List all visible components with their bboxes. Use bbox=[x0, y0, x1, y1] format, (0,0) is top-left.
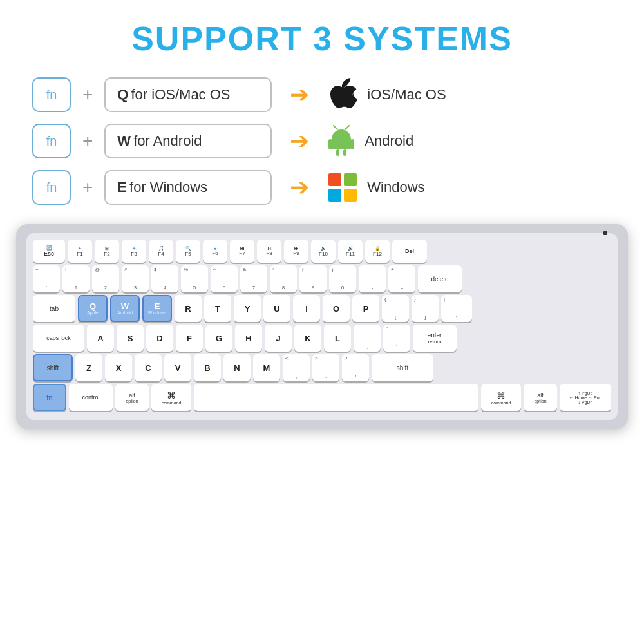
key-quote[interactable]: " ' bbox=[383, 325, 410, 352]
key-z[interactable]: Z bbox=[75, 354, 102, 381]
key-b[interactable]: B bbox=[194, 354, 221, 381]
key-u[interactable]: U bbox=[263, 295, 290, 322]
key-e[interactable]: E Windows bbox=[142, 295, 172, 322]
key-6[interactable]: ^ 6 bbox=[211, 265, 238, 292]
key-command-right[interactable]: ⌘ command bbox=[481, 384, 521, 411]
key-l[interactable]: L bbox=[324, 325, 351, 352]
key-7[interactable]: & 7 bbox=[240, 265, 267, 292]
key-q[interactable]: Q Apple bbox=[78, 295, 108, 322]
key-text-android: for Android bbox=[133, 133, 202, 149]
svg-rect-10 bbox=[328, 189, 341, 202]
key-backslash[interactable]: | \ bbox=[441, 295, 472, 322]
key-m[interactable]: M bbox=[253, 354, 280, 381]
key-f8[interactable]: ⏯ F8 bbox=[257, 240, 281, 263]
zxcv-row: shift Z X C V B N M < , > . ? / bbox=[33, 354, 611, 381]
fn-box-windows: fn bbox=[32, 170, 71, 205]
key-g[interactable]: G bbox=[205, 325, 232, 352]
fn-label-android: fn bbox=[46, 134, 57, 149]
key-control[interactable]: control bbox=[69, 384, 113, 411]
key-3[interactable]: # 3 bbox=[122, 265, 149, 292]
asdf-row: caps lock A S D F G H J K L : ; " ' bbox=[33, 325, 611, 352]
arrow-ios: ➔ bbox=[290, 81, 309, 108]
key-x[interactable]: X bbox=[105, 354, 132, 381]
key-period[interactable]: > . bbox=[312, 354, 339, 381]
key-9[interactable]: ( 9 bbox=[299, 265, 327, 292]
key-alt-left[interactable]: alt option bbox=[115, 384, 149, 411]
os-row-windows: fn + E for Windows ➔ Windows bbox=[32, 170, 612, 205]
key-enter[interactable]: enter return bbox=[413, 325, 457, 352]
key-space[interactable] bbox=[194, 384, 478, 411]
key-f3[interactable]: ☀ F3 bbox=[122, 240, 146, 263]
key-shift-left[interactable]: shift bbox=[33, 354, 73, 381]
fn-label-windows: fn bbox=[46, 180, 57, 195]
key-alt-right[interactable]: alt option bbox=[524, 384, 557, 411]
key-2[interactable]: @ 2 bbox=[92, 265, 119, 292]
key-o[interactable]: O bbox=[323, 295, 350, 322]
key-backtick[interactable]: ~ ` bbox=[33, 265, 60, 292]
key-minus[interactable]: _ - bbox=[359, 265, 386, 292]
key-8[interactable]: * 8 bbox=[270, 265, 297, 292]
apple-icon bbox=[327, 78, 358, 111]
key-r[interactable]: R bbox=[175, 295, 202, 322]
key-tab[interactable]: tab bbox=[33, 295, 75, 322]
key-combo-windows: E for Windows bbox=[104, 170, 272, 205]
key-h[interactable]: H bbox=[235, 325, 262, 352]
key-0[interactable]: ) 0 bbox=[329, 265, 356, 292]
key-1[interactable]: ! 1 bbox=[62, 265, 90, 292]
key-command-left[interactable]: ⌘ command bbox=[151, 384, 191, 411]
key-f1[interactable]: ✦ F1 bbox=[68, 240, 92, 263]
key-d[interactable]: D bbox=[146, 325, 173, 352]
key-lbracket[interactable]: { [ bbox=[382, 295, 409, 322]
key-f6[interactable]: ● F6 bbox=[203, 240, 227, 263]
keyboard-inner: 🔄 Esc ✦ F1 ⊞ F2 ☀ F3 🎵 F4 bbox=[26, 233, 618, 420]
key-f12[interactable]: 🔒 F12 bbox=[365, 240, 390, 263]
key-5[interactable]: % 5 bbox=[181, 265, 208, 292]
key-i[interactable]: I bbox=[293, 295, 320, 322]
key-comma[interactable]: < , bbox=[283, 354, 310, 381]
key-caps-lock[interactable]: caps lock bbox=[33, 325, 84, 352]
os-row-android: fn + W for Android ➔ bbox=[32, 124, 612, 158]
key-c[interactable]: C bbox=[135, 354, 162, 381]
key-y[interactable]: Y bbox=[234, 295, 261, 322]
key-letter-android: W bbox=[117, 133, 131, 149]
key-n[interactable]: N bbox=[223, 354, 251, 381]
number-row: ~ ` ! 1 @ 2 # 3 $ 4 bbox=[33, 265, 611, 292]
key-esc[interactable]: 🔄 Esc bbox=[33, 240, 65, 263]
key-f5[interactable]: 🔍 F5 bbox=[176, 240, 200, 263]
key-f11[interactable]: 🔊 F11 bbox=[338, 240, 363, 263]
key-f4[interactable]: 🎵 F4 bbox=[149, 240, 173, 263]
key-w[interactable]: W Android bbox=[110, 295, 140, 322]
key-arrow-cluster[interactable]: ↑ PgUp ← Home → End ↓ PgDn bbox=[560, 384, 611, 411]
os-icon-area-android: Android bbox=[327, 125, 413, 157]
key-s[interactable]: S bbox=[117, 325, 144, 352]
plus-ios: + bbox=[82, 84, 93, 105]
key-slash[interactable]: ? / bbox=[342, 354, 369, 381]
arrow-android: ➔ bbox=[290, 128, 309, 155]
key-4[interactable]: $ 4 bbox=[151, 265, 178, 292]
key-delete[interactable]: delete bbox=[418, 265, 462, 292]
key-equals[interactable]: + = bbox=[388, 265, 415, 292]
key-del[interactable]: Del bbox=[392, 240, 427, 263]
key-v[interactable]: V bbox=[164, 354, 191, 381]
key-f10[interactable]: 🔈 F10 bbox=[311, 240, 336, 263]
page-container: SUPPORT 3 SYSTEMS fn + Q for iOS/Mac OS … bbox=[0, 0, 644, 644]
key-f[interactable]: F bbox=[176, 325, 203, 352]
key-fn-bottom[interactable]: fn bbox=[33, 384, 66, 411]
fn-box-ios: fn bbox=[32, 77, 71, 112]
key-a[interactable]: A bbox=[87, 325, 114, 352]
fn-row: 🔄 Esc ✦ F1 ⊞ F2 ☀ F3 🎵 F4 bbox=[33, 240, 611, 263]
key-f9[interactable]: ⏭ F9 bbox=[284, 240, 308, 263]
key-t[interactable]: T bbox=[204, 295, 231, 322]
windows-icon bbox=[327, 172, 358, 203]
key-shift-right[interactable]: shift bbox=[372, 354, 433, 381]
key-j[interactable]: J bbox=[265, 325, 292, 352]
svg-rect-8 bbox=[328, 173, 341, 186]
key-f7[interactable]: ⏮ F7 bbox=[230, 240, 254, 263]
key-p[interactable]: P bbox=[352, 295, 379, 322]
svg-line-6 bbox=[334, 126, 337, 129]
key-semicolon[interactable]: : ; bbox=[354, 325, 381, 352]
fn-box-android: fn bbox=[32, 124, 71, 158]
key-f2[interactable]: ⊞ F2 bbox=[95, 240, 119, 263]
key-rbracket[interactable]: } ] bbox=[412, 295, 439, 322]
key-k[interactable]: K bbox=[294, 325, 321, 352]
